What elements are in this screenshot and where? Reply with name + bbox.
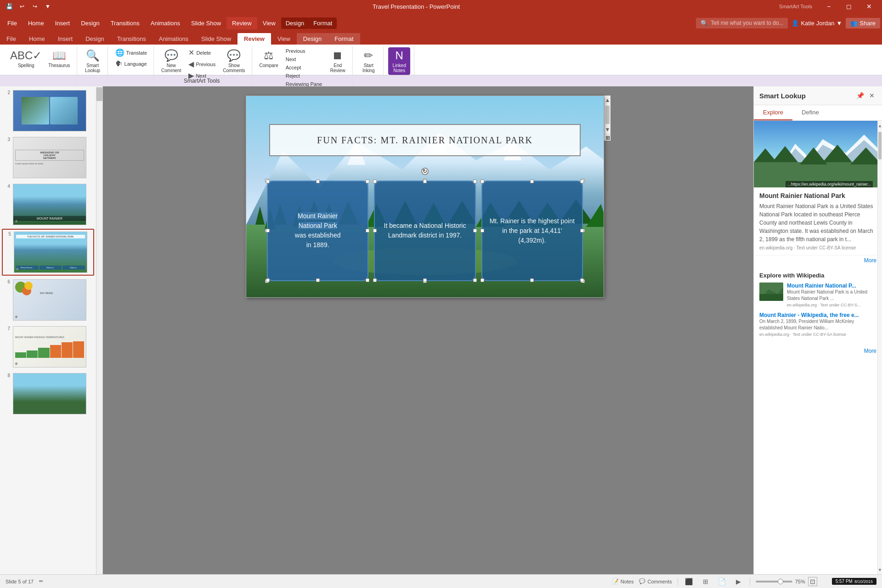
customize-quick-btn[interactable]: ▼	[42, 1, 53, 12]
undo-quick-btn[interactable]: ↩	[17, 1, 28, 12]
restore-btn[interactable]: ◻	[840, 0, 858, 13]
card1-sel-br[interactable]	[366, 278, 369, 282]
card3-sel-bc[interactable]	[530, 278, 534, 282]
slide-thumb-7[interactable]: 7 MOUNT RAINIER AVERAGE TEMPERATURES ★	[2, 324, 94, 369]
fit-slide-btn[interactable]: ⊡	[808, 577, 817, 586]
lookup-more-btn[interactable]: More	[754, 255, 882, 267]
card2-sel-mr[interactable]	[473, 229, 477, 232]
card3-sel-br[interactable]	[580, 278, 584, 282]
zoom-slider[interactable]	[756, 581, 792, 582]
card2-sel-ml[interactable]	[373, 229, 377, 232]
card3-sel-tc[interactable]	[530, 180, 534, 183]
tab-home[interactable]: Home	[23, 33, 51, 45]
card1-sel-tl[interactable]	[266, 180, 270, 183]
share-btn[interactable]: 👥 Share	[846, 18, 880, 28]
tab-slideshow[interactable]: Slide Show	[195, 33, 237, 45]
linked-notes-button[interactable]: N LinkedNotes	[388, 47, 410, 75]
card3-sel-mr[interactable]	[580, 229, 584, 232]
panel-pin-btn[interactable]: 📌	[855, 91, 865, 100]
show-comments-button[interactable]: 💬 ShowComments	[220, 47, 248, 75]
card1-sel-ml[interactable]	[266, 229, 270, 232]
slide-thumb-6[interactable]: 6 DAY HIKING ★	[2, 277, 94, 322]
menu-view[interactable]: View	[257, 17, 281, 29]
slide-canvas[interactable]: FUN FACTS: MT. RAINIER NATIONAL PARK ↻	[246, 96, 604, 298]
save-quick-btn[interactable]: 💾	[4, 1, 15, 12]
card2-sel-tr[interactable]	[473, 180, 477, 183]
card3-sel-ml[interactable]	[481, 229, 484, 232]
fact-card-3[interactable]: Mt. Rainer is the highest point in the p…	[481, 181, 583, 281]
spelling-button[interactable]: ABC✓ Spelling	[7, 47, 45, 70]
slide-thumb-2[interactable]: 2	[2, 88, 94, 133]
lookup-tab-explore[interactable]: Explore	[754, 105, 792, 120]
lookup-scroll-down[interactable]: ▼	[878, 565, 882, 574]
menu-design2[interactable]: Design	[281, 17, 309, 29]
tab-animations[interactable]: Animations	[153, 33, 195, 45]
card2-sel-bc[interactable]	[423, 278, 427, 282]
slide-sorter-btn[interactable]: ⊞	[700, 577, 711, 586]
accept-button[interactable]: Accept	[283, 64, 325, 71]
slide-thumb-3[interactable]: 3 WEEKEND ORHOLIDAYGETAWAY Lorem ipsum d…	[2, 135, 94, 180]
compare-button[interactable]: ⚖ Compare	[257, 47, 281, 70]
normal-view-btn[interactable]: ⬛	[684, 577, 695, 586]
wiki-item-1-title[interactable]: Mount Rainier National P...	[787, 283, 875, 289]
vscroll-down[interactable]: ▼	[605, 125, 611, 134]
menu-design[interactable]: Design	[75, 17, 105, 29]
menu-slideshow[interactable]: Slide Show	[186, 17, 226, 29]
next-change-button[interactable]: Next	[283, 56, 325, 63]
tab-review[interactable]: Review	[237, 33, 271, 45]
card3-sel-bl[interactable]	[481, 278, 484, 282]
start-inking-button[interactable]: ✏ StartInking	[357, 47, 379, 75]
slide-title-box[interactable]: FUN FACTS: MT. RAINIER NATIONAL PARK	[269, 124, 581, 156]
slide-thumb-4[interactable]: 4 MOUNT RAINIER ★	[2, 182, 94, 227]
minimize-btn[interactable]: −	[820, 0, 838, 13]
vscroll-thumb[interactable]	[605, 106, 610, 124]
tab-design[interactable]: Design	[79, 33, 110, 45]
language-button[interactable]: 🗣 Language	[113, 59, 150, 69]
vscroll-up[interactable]: ▲	[605, 96, 611, 105]
slide-thumb-8[interactable]: 8	[2, 371, 94, 416]
search-bar[interactable]: 🔍 Tell me what you want to do...	[696, 18, 788, 28]
translate-button[interactable]: 🌐 Translate	[113, 47, 150, 58]
comments-btn[interactable]: 💬 Comments	[639, 578, 672, 584]
previous-change-button[interactable]: Previous	[283, 47, 325, 55]
lookup-scroll-up[interactable]: ▲	[878, 121, 882, 130]
slide-panel-scrollbar[interactable]	[96, 86, 103, 574]
panel-close-btn[interactable]: ✕	[867, 91, 876, 100]
lookup-scroll-thumb[interactable]	[878, 132, 882, 159]
smart-lookup-button[interactable]: 🔍 SmartLookup	[82, 47, 104, 75]
reject-button[interactable]: Reject	[283, 72, 325, 79]
card1-sel-bl[interactable]	[266, 278, 270, 282]
zoom-thumb[interactable]	[778, 579, 783, 584]
tab-format[interactable]: Format	[328, 33, 360, 45]
tab-view[interactable]: View	[271, 33, 297, 45]
menu-animations[interactable]: Animations	[145, 17, 186, 29]
close-btn[interactable]: ✕	[860, 0, 878, 13]
canvas-vscroll[interactable]: ▲ ▼ ⊞	[604, 96, 611, 141]
card3-sel-tl[interactable]	[481, 180, 484, 183]
menu-home[interactable]: Home	[23, 17, 50, 29]
card1-sel-mr[interactable]	[366, 229, 369, 232]
lookup-more-btn-2[interactable]: More	[754, 346, 882, 358]
menu-review[interactable]: Review	[226, 17, 257, 29]
card1-sel-bc[interactable]	[316, 278, 320, 282]
wiki-item-2-title[interactable]: Mount Rainier - Wikipedia, the free e...	[759, 312, 875, 318]
tab-insert[interactable]: Insert	[51, 33, 79, 45]
menu-format[interactable]: Format	[309, 17, 337, 29]
menu-file[interactable]: File	[2, 17, 23, 29]
thesaurus-button[interactable]: 📖 Thesaurus	[45, 47, 73, 70]
delete-comment-button[interactable]: ✕ Delete	[186, 47, 218, 58]
smartart-container[interactable]: ↻	[267, 181, 583, 281]
slideshow-btn[interactable]: ▶	[733, 577, 744, 586]
lookup-scrollbar[interactable]: ▲ ▼	[877, 121, 882, 574]
rotate-handle[interactable]: ↻	[421, 168, 429, 175]
end-review-button[interactable]: ⏹ EndReview	[327, 47, 349, 75]
tab-file[interactable]: File	[0, 33, 23, 45]
fact-card-1[interactable]: Mount Rainier National Park was establis…	[267, 181, 368, 281]
card2-sel-br[interactable]	[473, 278, 477, 282]
menu-transitions[interactable]: Transitions	[105, 17, 145, 29]
user-menu[interactable]: 👤 Katie Jordan ▼	[792, 20, 842, 27]
card3-sel-tr[interactable]	[580, 180, 584, 183]
card2-sel-tl[interactable]	[373, 180, 377, 183]
edit-notes-btn[interactable]: ✏	[39, 578, 43, 584]
reading-view-btn[interactable]: 📄	[717, 577, 728, 586]
